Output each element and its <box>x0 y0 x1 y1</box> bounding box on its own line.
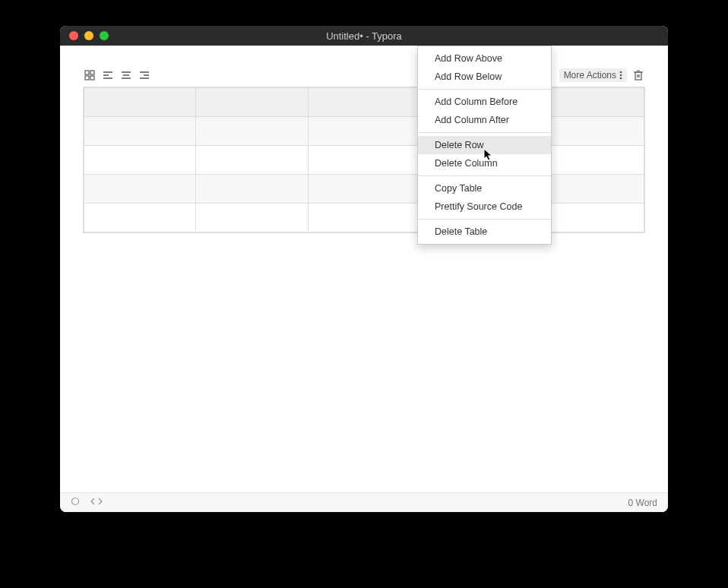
titlebar: Untitled• - Typora <box>60 26 668 46</box>
window-title: Untitled• - Typora <box>60 30 668 42</box>
table-row[interactable] <box>84 88 644 117</box>
outline-toggle-icon[interactable] <box>71 497 80 508</box>
table-row[interactable] <box>84 117 644 146</box>
toolbar-right: More Actions <box>559 68 645 82</box>
more-actions-button[interactable]: More Actions <box>559 68 627 82</box>
menu-separator <box>418 132 551 133</box>
menu-add-row-below[interactable]: Add Row Below <box>418 68 551 86</box>
menu-add-column-before[interactable]: Add Column Before <box>418 93 551 111</box>
menu-delete-table[interactable]: Delete Table <box>418 223 551 241</box>
menu-prettify-source[interactable]: Prettify Source Code <box>418 198 551 216</box>
menu-separator <box>418 89 551 90</box>
editor-content[interactable]: More Actions <box>60 46 668 492</box>
maximize-window-button[interactable] <box>100 31 109 40</box>
word-count[interactable]: 0 Word <box>628 498 657 508</box>
menu-delete-column[interactable]: Delete Column <box>418 154 551 172</box>
menu-add-row-above[interactable]: Add Row Above <box>418 49 551 68</box>
menu-copy-table[interactable]: Copy Table <box>418 179 551 198</box>
delete-table-icon[interactable] <box>631 68 645 82</box>
svg-point-21 <box>72 498 79 505</box>
menu-delete-row[interactable]: Delete Row <box>418 136 551 154</box>
close-window-button[interactable] <box>69 31 78 40</box>
align-right-icon[interactable] <box>138 68 151 82</box>
status-left <box>71 497 103 508</box>
source-mode-toggle-icon[interactable] <box>90 497 103 508</box>
markdown-table[interactable] <box>83 87 645 233</box>
svg-rect-16 <box>635 72 641 80</box>
minimize-window-button[interactable] <box>84 31 93 40</box>
menu-add-column-after[interactable]: Add Column After <box>418 111 551 129</box>
svg-rect-3 <box>90 76 94 80</box>
svg-point-15 <box>620 77 622 80</box>
align-left-icon[interactable] <box>101 68 115 82</box>
resize-table-icon[interactable] <box>83 68 97 82</box>
menu-separator <box>418 219 551 220</box>
statusbar: 0 Word <box>60 492 668 512</box>
svg-point-14 <box>620 74 622 77</box>
svg-point-13 <box>620 71 622 74</box>
more-vertical-icon <box>619 71 622 80</box>
svg-rect-2 <box>85 76 89 80</box>
table-context-menu: Add Row Above Add Row Below Add Column B… <box>417 46 552 245</box>
table-toolbar: More Actions <box>83 68 645 82</box>
more-actions-label: More Actions <box>564 70 616 81</box>
table-row[interactable] <box>84 175 644 204</box>
menu-separator <box>418 175 551 176</box>
svg-rect-1 <box>90 71 94 74</box>
align-center-icon[interactable] <box>119 68 133 82</box>
toolbar-left <box>83 68 151 82</box>
app-window: Untitled• - Typora <box>60 26 668 512</box>
table-row[interactable] <box>84 204 644 232</box>
table-row[interactable] <box>84 146 644 175</box>
svg-rect-0 <box>85 71 89 74</box>
window-controls <box>69 31 109 40</box>
